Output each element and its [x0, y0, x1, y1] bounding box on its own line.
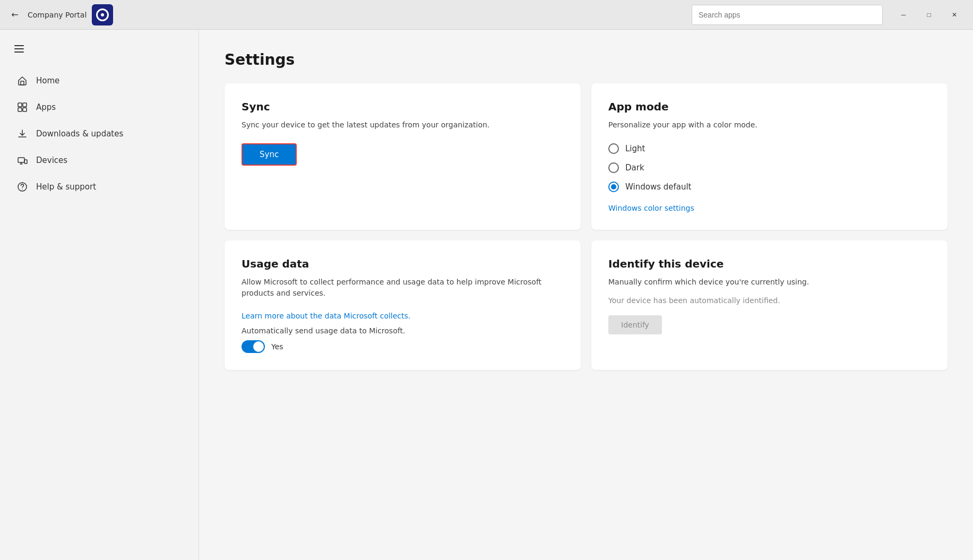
- usage-data-toggle[interactable]: [242, 340, 265, 353]
- identify-device-title: Identify this device: [608, 257, 931, 270]
- radio-windows-default-dot: [611, 184, 616, 189]
- sync-button[interactable]: Sync: [242, 143, 297, 166]
- identify-auto-text: Your device has been automatically ident…: [608, 296, 931, 305]
- radio-windows-default[interactable]: Windows default: [608, 182, 931, 192]
- radio-dark-label: Dark: [625, 163, 644, 173]
- main-content: Settings Sync Sync your device to get th…: [199, 30, 973, 560]
- app-mode-radio-group: Light Dark Windows default: [608, 143, 931, 192]
- cards-grid: Sync Sync your device to get the latest …: [225, 83, 948, 370]
- radio-windows-default-circle: [608, 182, 619, 192]
- radio-windows-default-label: Windows default: [625, 182, 692, 192]
- sync-card-desc: Sync your device to get the latest updat…: [242, 119, 564, 131]
- app-icon: [92, 4, 113, 25]
- hamburger-line-2: [14, 48, 24, 49]
- identify-device-card: Identify this device Manually confirm wh…: [591, 240, 948, 370]
- usage-data-card: Usage data Allow Microsoft to collect pe…: [225, 240, 581, 370]
- minimize-button[interactable]: ─: [891, 6, 916, 23]
- usage-data-card-title: Usage data: [242, 257, 564, 270]
- sidebar-downloads-label: Downloads & updates: [36, 129, 123, 139]
- page-title: Settings: [225, 51, 948, 68]
- app-mode-card: App mode Personalize your app with a col…: [591, 83, 948, 230]
- apps-icon: [17, 102, 28, 113]
- home-icon: [17, 75, 28, 86]
- back-icon: ←: [11, 10, 18, 20]
- app-name: Company Portal: [28, 11, 87, 19]
- sidebar-apps-label: Apps: [36, 102, 56, 112]
- downloads-icon: [17, 128, 28, 139]
- svg-rect-5: [18, 158, 24, 162]
- app-mode-card-title: App mode: [608, 100, 931, 113]
- radio-light-label: Light: [625, 144, 645, 153]
- windows-color-settings-link[interactable]: Windows color settings: [608, 204, 694, 212]
- app-mode-card-desc: Personalize your app with a color mode.: [608, 119, 931, 131]
- hamburger-line-3: [14, 51, 24, 53]
- svg-rect-2: [23, 103, 27, 107]
- sidebar: Home Apps Downloads & upda: [0, 30, 199, 560]
- devices-icon: [17, 155, 28, 166]
- svg-rect-0: [21, 81, 24, 85]
- identify-device-desc: Manually confirm which device you're cur…: [608, 277, 931, 288]
- svg-rect-3: [18, 108, 22, 111]
- window-controls: ─ □ ✕: [891, 6, 967, 23]
- titlebar: ← Company Portal ─ □ ✕: [0, 0, 973, 30]
- radio-dark[interactable]: Dark: [608, 162, 931, 173]
- sidebar-item-downloads[interactable]: Downloads & updates: [4, 121, 194, 147]
- svg-point-8: [22, 189, 23, 190]
- radio-light-circle: [608, 143, 619, 154]
- identify-button[interactable]: Identify: [608, 315, 662, 334]
- maximize-button[interactable]: □: [917, 6, 941, 23]
- auto-send-label: Automatically send usage data to Microso…: [242, 326, 564, 335]
- app-body: Home Apps Downloads & upda: [0, 30, 973, 560]
- hamburger-menu[interactable]: [8, 38, 30, 59]
- back-button[interactable]: ←: [6, 6, 23, 23]
- close-button[interactable]: ✕: [942, 6, 967, 23]
- toggle-row: Yes: [242, 340, 564, 353]
- sidebar-item-devices[interactable]: Devices: [4, 148, 194, 173]
- svg-rect-6: [24, 160, 27, 163]
- sync-card: Sync Sync your device to get the latest …: [225, 83, 581, 230]
- app-icon-ring: [96, 8, 109, 21]
- sidebar-item-apps[interactable]: Apps: [4, 94, 194, 120]
- svg-rect-1: [18, 103, 22, 107]
- radio-light[interactable]: Light: [608, 143, 931, 154]
- help-icon: [17, 182, 28, 192]
- app-icon-dot: [101, 13, 104, 16]
- sidebar-devices-label: Devices: [36, 156, 67, 165]
- toggle-knob: [253, 341, 264, 352]
- sidebar-home-label: Home: [36, 76, 59, 85]
- search-input[interactable]: [692, 5, 883, 25]
- sync-card-title: Sync: [242, 100, 564, 113]
- hamburger-line-1: [14, 45, 24, 46]
- sidebar-help-label: Help & support: [36, 182, 96, 192]
- usage-data-card-desc: Allow Microsoft to collect performance a…: [242, 277, 564, 299]
- toggle-yes-label: Yes: [271, 342, 283, 351]
- sidebar-item-help[interactable]: Help & support: [4, 174, 194, 200]
- sidebar-item-home[interactable]: Home: [4, 68, 194, 93]
- radio-dark-circle: [608, 162, 619, 173]
- learn-more-link[interactable]: Learn more about the data Microsoft coll…: [242, 312, 564, 320]
- svg-rect-4: [23, 108, 27, 111]
